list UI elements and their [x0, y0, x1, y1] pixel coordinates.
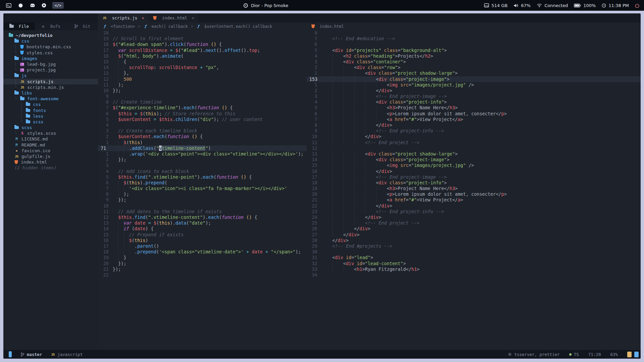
code-line[interactable]: 8// Create timeline	[98, 99, 307, 105]
code-line[interactable]: 4 <h2 class="heading">Projects</h2>	[307, 53, 641, 59]
code-line[interactable]: 153 <div class="project-image">	[307, 76, 641, 82]
code-line[interactable]: 20 <p>Lorem ipsum dolor sit amet, consec…	[307, 191, 641, 197]
code-line[interactable]: 71 .addClass("vtimeline-content")	[98, 145, 307, 151]
code-line[interactable]: 4 <div class="project-info">	[307, 99, 641, 105]
code-line[interactable]: 8	[307, 30, 641, 36]
tree-item[interactable]: libs	[3, 90, 98, 96]
code-line[interactable]: 1 $(this)	[98, 140, 307, 145]
code-line[interactable]: 14 <div class="project-image">	[307, 157, 641, 163]
tree-item[interactable]: index.html	[3, 159, 98, 165]
tree-item[interactable]: │bootstrap.min.css	[3, 44, 98, 50]
code-line[interactable]: 13 <div class="project shadow-large">	[307, 151, 641, 157]
code-workspace-icon[interactable]: </>	[52, 2, 64, 9]
explorer-tab-git[interactable]: Git	[66, 22, 98, 30]
code-line[interactable]: 22 </div>	[307, 203, 641, 209]
code-line[interactable]: 20	[98, 30, 307, 36]
code-line[interactable]: 11 <!-- End project -->	[307, 140, 641, 145]
code-line[interactable]: 31 <div id="lead">	[307, 255, 641, 260]
tree-item[interactable]: └styles.css	[3, 50, 98, 56]
code-line[interactable]: 12 $this.find(".vtimeline-content").each…	[98, 215, 307, 220]
code-line[interactable]: 7$("#experience-timeline").each(function…	[98, 105, 307, 111]
code-line[interactable]: 14 if (date) {	[98, 226, 307, 232]
code-line[interactable]: 1 .wrap('<div class="point"><div class="…	[98, 151, 307, 157]
code-line[interactable]: 2 <div class="row">	[307, 65, 641, 70]
code-line[interactable]: 17 var scrollDistance = $("#lead").next(…	[98, 48, 307, 53]
code-line[interactable]: 18 <div class="project-info">	[307, 180, 641, 186]
tree-item[interactable]: │fonts	[3, 107, 98, 113]
code-line[interactable]: 26 </div>	[307, 226, 641, 232]
explorer-tab-bufs[interactable]: ≡Bufs	[35, 22, 66, 30]
circle-icon[interactable]	[17, 2, 24, 9]
code-line[interactable]: 5 <h3>Project Name Here</h3>	[307, 105, 641, 111]
tree-item[interactable]: │lead-bg.jpg	[3, 61, 98, 67]
code-line[interactable]: 10 </div>	[307, 134, 641, 139]
code-line[interactable]: 6 $(this).prepend(	[98, 180, 307, 186]
close-icon[interactable]: ×	[142, 15, 144, 20]
terminal-icon[interactable]	[5, 2, 12, 9]
code-line[interactable]: 6	[307, 42, 641, 47]
code-line[interactable]: 22	[98, 272, 307, 278]
music-widget[interactable]: Dior - Pop Smoke	[244, 0, 288, 11]
code-line[interactable]: 3 // Create each timeline block	[98, 128, 307, 134]
code-line[interactable]: 2 </div>	[307, 88, 641, 94]
tree-item[interactable]: css	[3, 38, 98, 44]
breadcrumb-item[interactable]: <function>	[111, 24, 135, 29]
code-line[interactable]: 8 );	[98, 191, 307, 197]
tree-item[interactable]: scss	[3, 125, 98, 130]
code-line[interactable]: 8 </div>	[307, 122, 641, 128]
code-line[interactable]: 15 {	[98, 59, 307, 65]
tree-item[interactable]: └Sstyles.scss	[3, 130, 98, 136]
code-line[interactable]: 5 $this.find(".vtimeline-point").each(fu…	[98, 174, 307, 180]
tree-item[interactable]: MLICENSE.md	[3, 136, 98, 142]
code-line[interactable]: 10});	[98, 88, 307, 94]
code-line[interactable]: 5 $userContent = $this.children("div"); …	[98, 117, 307, 122]
code-line[interactable]: 9 });	[98, 197, 307, 203]
code-line[interactable]: 7 <a href="#">View Project</a>	[307, 117, 641, 122]
code-line[interactable]: 17 <!-- End project-image -->	[307, 174, 641, 180]
code-line[interactable]: 15 <img src="images/project.jpg" />	[307, 163, 641, 168]
disk-widget[interactable]: 514 GB	[484, 3, 507, 8]
clock-widget[interactable]: 11:38 PM	[602, 3, 629, 8]
code-line[interactable]: 4	[98, 122, 307, 128]
tab-scripts.js[interactable]: JSscripts.js×	[98, 13, 149, 22]
power-icon[interactable]	[635, 3, 639, 8]
tab-index.html[interactable]: index.html×	[149, 13, 199, 22]
code-line[interactable]: 7 <!-- End #education -->	[307, 36, 641, 42]
code-line[interactable]: 21});	[98, 266, 307, 272]
tree-item[interactable]: └scss	[3, 119, 98, 125]
code-line[interactable]: 20 });	[98, 261, 307, 266]
code-line[interactable]: 1 <div class="project shadow-large">	[307, 70, 641, 76]
tree-item[interactable]: │JSscripts.js	[3, 79, 98, 84]
breadcrumb-item[interactable]: each() callback	[151, 24, 187, 29]
code-line[interactable]: 4 // Add icons to each block	[98, 169, 307, 174]
tree-item[interactable]: ~/devportfolio	[3, 33, 98, 38]
code-line[interactable]: 13 },	[98, 70, 307, 76]
code-line[interactable]: 7 '<div class="icon"><i class="fa fa-map…	[98, 186, 307, 191]
code-line[interactable]: 11 );	[98, 82, 307, 88]
code-line[interactable]: 27 </div>	[307, 232, 641, 238]
code-line[interactable]: 6 $this = $(this); // Store reference to…	[98, 111, 307, 117]
tree-item[interactable]: └font-awesome	[3, 96, 98, 102]
code-line[interactable]: 9	[98, 94, 307, 99]
code-line[interactable]: 16 $("html, body").animate(	[98, 53, 307, 59]
code-line[interactable]: 19// Scroll to first element	[98, 36, 307, 42]
tree-item[interactable]: MREADME.md	[3, 142, 98, 148]
breadcrumb-item[interactable]: index.html	[320, 24, 344, 29]
explorer-tab-file[interactable]: File	[3, 22, 35, 30]
code-line[interactable]: 30	[307, 249, 641, 255]
discord-icon[interactable]	[29, 2, 36, 9]
code-line[interactable]: 18 .prepend('<span class="vtimeline-date…	[98, 249, 307, 255]
code-line[interactable]: 9 <!-- End project-info -->	[307, 128, 641, 134]
code-line[interactable]: 13 var date = $(this).data("date");	[98, 220, 307, 226]
code-line[interactable]: 33 <h1>Ryan Fitzgerald</h1>	[307, 266, 641, 272]
close-icon[interactable]: ×	[192, 15, 194, 20]
code-line[interactable]: 15 // Prepend if exists	[98, 232, 307, 238]
code-line[interactable]: 12 500	[98, 76, 307, 82]
code-line[interactable]: 17 .parent()	[98, 243, 307, 249]
code-line[interactable]: 2 $userContent.each(function () {	[98, 134, 307, 139]
code-line[interactable]: 3	[98, 163, 307, 168]
code-line[interactable]: 11 // Add dates to the timeline if exist…	[98, 209, 307, 215]
tree-item[interactable]: └project.jpg	[3, 67, 98, 73]
tree-item[interactable]: │less	[3, 113, 98, 119]
code-line[interactable]: 19 <h3>Project Name Here</h3>	[307, 186, 641, 191]
